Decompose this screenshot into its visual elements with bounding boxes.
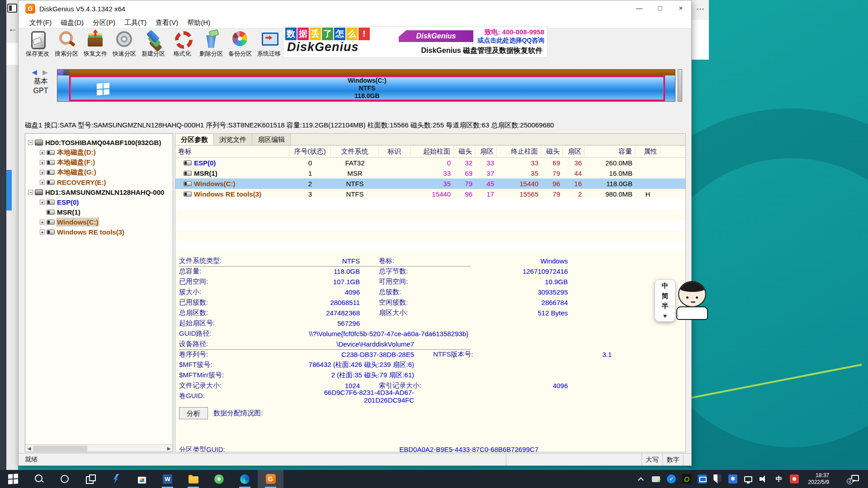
data-map-label: 数据分配情况图: — [213, 409, 263, 418]
minimize-button[interactable]: — — [629, 0, 650, 17]
tray-network[interactable] — [744, 474, 753, 483]
ad-qq-link[interactable]: 或点击此处选择QQ咨询 — [477, 37, 544, 45]
prev-disk-arrow-icon[interactable]: ◀ — [32, 68, 39, 76]
scroll-left-arrow-icon[interactable]: ◀ — [25, 445, 33, 452]
toolbar-button-delete[interactable]: 删除分区 — [197, 28, 226, 66]
toolbar-button-label: 新建分区 — [142, 50, 165, 58]
tray-expand-button[interactable] — [636, 474, 645, 483]
partition-row-0[interactable]: ESP(0)0FAT3203233336936260.0MB — [175, 158, 685, 168]
task-view-button[interactable] — [77, 470, 103, 488]
tree-item-1[interactable]: +本地磁盘(D:) — [25, 147, 173, 157]
menu-item-1[interactable]: 磁盘(D) — [56, 17, 88, 28]
tree-expander-icon[interactable]: − — [28, 140, 33, 145]
tray-defender[interactable] — [713, 474, 722, 483]
taskbar-app-word[interactable]: W — [155, 470, 180, 488]
scroll-right-arrow-icon[interactable]: ▶ — [165, 445, 173, 452]
detail-value: 247482368 — [276, 309, 360, 317]
tree-item-5[interactable]: −HD1:SAMSUNGMZNLN128HAHQ-000 — [25, 187, 173, 197]
blue-wing-icon: ✓ — [667, 474, 676, 483]
tab-0[interactable]: 分区参数 — [175, 134, 214, 145]
taskbar-app-browser[interactable]: e — [206, 470, 232, 488]
toolbar-button-quick[interactable]: 快速分区 — [110, 28, 139, 66]
ime-floating-widget[interactable]: 中 简 半 ♥ — [655, 279, 675, 322]
tab-2[interactable]: 扇区编辑 — [252, 134, 291, 145]
next-disk-arrow-icon[interactable]: ▶ — [42, 68, 50, 76]
tray-nvidia[interactable] — [682, 474, 691, 483]
menu-item-2[interactable]: 分区(P) — [88, 17, 120, 28]
ime-char[interactable]: 中 — [662, 282, 669, 290]
windows-partition-block[interactable]: Windows(C:) NTFS 118.0GB — [69, 75, 665, 101]
ime-heart-icon[interactable]: ♥ — [663, 312, 667, 319]
maximize-button[interactable]: □ — [650, 0, 670, 17]
tree-expander-icon[interactable]: + — [40, 170, 45, 175]
toolbar-button-migrate[interactable]: 系统迁移 — [255, 28, 283, 66]
tree-expander-icon[interactable]: + — [40, 150, 45, 155]
toolbar-button-recover[interactable]: 恢复文件 — [81, 28, 110, 66]
disk-bar-scroll-sliver[interactable] — [678, 69, 682, 102]
partition-row-3[interactable]: Windows RE tools(3)3NTFS1544096171556579… — [175, 189, 685, 199]
partition-icon — [47, 220, 55, 225]
tree-expander-icon[interactable]: + — [40, 200, 45, 205]
scrollbar-thumb[interactable] — [33, 446, 87, 451]
tray-printer[interactable] — [651, 474, 660, 483]
tray-red-app[interactable] — [790, 474, 799, 483]
tree-expander-icon[interactable]: + — [40, 220, 45, 225]
background-more-icon[interactable]: ⋯ — [692, 0, 709, 20]
analyze-button[interactable]: 分析 — [179, 407, 208, 419]
tree-item-6[interactable]: +ESP(0) — [25, 197, 173, 207]
close-button[interactable]: × — [670, 0, 691, 17]
partition-row-1[interactable]: MSR(1)1MSR33693735794416.0MB — [175, 168, 685, 178]
menu-item-3[interactable]: 工具(T) — [120, 17, 151, 28]
tray-snowflake-app[interactable]: ✱ — [728, 474, 737, 483]
taskbar-app-diskgenius[interactable] — [258, 470, 283, 488]
taskbar: W e ✓ ✱ 中 18:37 2022/5/9 2 — [0, 470, 868, 488]
main-area: −HD0:TOSHIBAMQ04ABF100(932GB) +本地磁盘(D:) … — [19, 132, 691, 453]
tree-expander-icon[interactable]: + — [40, 160, 45, 165]
tree-item-2[interactable]: +本地磁盘(F:) — [25, 157, 173, 167]
tray-ime-indicator[interactable]: 中 — [774, 474, 783, 483]
tree-expander-icon[interactable]: + — [40, 230, 45, 235]
toolbar-button-backup[interactable]: 备份分区 — [226, 28, 255, 66]
tree-item-7[interactable]: MSR(1) — [25, 207, 173, 217]
tree-item-3[interactable]: +本地磁盘(G:) — [25, 167, 173, 177]
toolbar-button-search[interactable]: 搜索分区 — [52, 28, 81, 66]
tray-intel-graphics[interactable] — [698, 474, 707, 483]
partition-row-2[interactable]: Windows(C:)2NTFS357945154409616118.0GB — [175, 178, 685, 189]
taskbar-app-explorer[interactable] — [180, 470, 206, 488]
tree-item-4[interactable]: +RECOVERY(E:) — [25, 177, 173, 187]
cortana-button[interactable] — [52, 470, 77, 488]
toolbar-button-label: 格式化 — [174, 50, 191, 58]
tree-horizontal-scrollbar[interactable]: ◀ ▶ — [25, 444, 173, 452]
taskbar-search-button[interactable] — [26, 470, 52, 488]
esp-partition-block[interactable] — [57, 75, 63, 101]
taskbar-app-store[interactable] — [129, 470, 155, 488]
re-tools-partition-block[interactable] — [665, 75, 675, 101]
taskbar-app-edge[interactable] — [232, 470, 258, 488]
tray-volume[interactable] — [759, 474, 768, 483]
tab-1[interactable]: 浏览文件 — [214, 134, 252, 145]
toolbar-button-save[interactable]: 保存更改 — [23, 28, 52, 66]
ad-banner[interactable]: 数据丢了怎么! DiskGenius DiskGenius 致电: 400-00… — [283, 26, 547, 58]
tree-item-0[interactable]: −HD0:TOSHIBAMQ04ABF100(932GB) — [25, 137, 173, 147]
title-bar: DiskGenius V5.4.3.1342 x64 — □ × — [19, 0, 691, 17]
toolbar-button-new[interactable]: 新建分区 — [139, 28, 168, 66]
tree-expander-icon[interactable]: + — [40, 180, 45, 185]
ime-char[interactable]: 简 — [662, 292, 669, 300]
msr-partition-block[interactable] — [63, 75, 69, 101]
toolbar-button-format[interactable]: 格式化 — [168, 28, 197, 66]
tree-item-8[interactable]: +Windows(C:) — [25, 217, 173, 227]
action-center-button[interactable]: 2 — [850, 474, 860, 483]
taskbar-clock[interactable]: 18:37 2022/5/9 — [805, 472, 832, 486]
menu-item-4[interactable]: 查看(V) — [151, 17, 183, 28]
start-button[interactable] — [0, 470, 26, 488]
menu-item-0[interactable]: 文件(F) — [25, 17, 56, 28]
back-arrow-icon[interactable]: ← — [7, 23, 18, 34]
detail-label: 可用空间: — [379, 277, 447, 286]
tray-messenger[interactable]: ✓ — [667, 474, 676, 483]
toolbar-button-label: 系统迁移 — [257, 50, 281, 58]
ime-char[interactable]: 半 — [662, 302, 669, 310]
tree-expander-icon[interactable]: − — [28, 190, 33, 195]
taskbar-app-flash[interactable] — [103, 470, 129, 488]
menu-item-5[interactable]: 帮助(H) — [183, 17, 215, 28]
tree-item-9[interactable]: +Windows RE tools(3) — [25, 227, 173, 237]
